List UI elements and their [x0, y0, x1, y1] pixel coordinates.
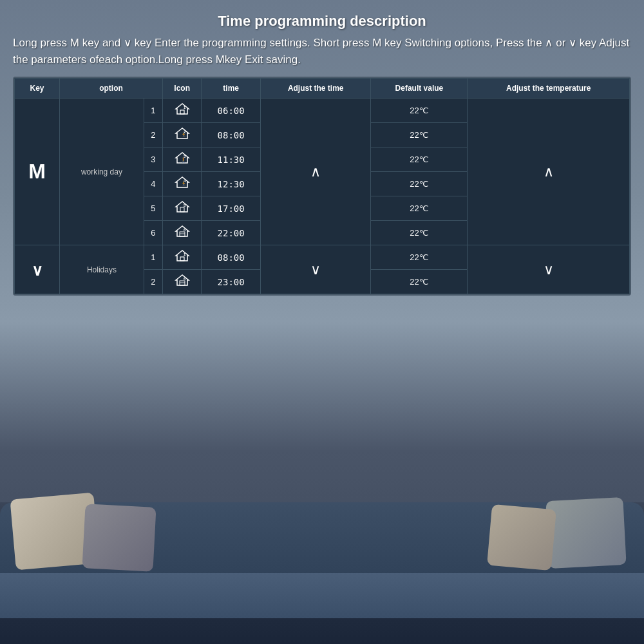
holiday-icon-2: 6 [162, 270, 201, 294]
header-adjust-temp: Adjust the temperature [468, 79, 630, 99]
header-option: option [60, 79, 163, 99]
holiday-default-1: 22℃ [371, 245, 468, 270]
table-row: ∨ Holidays 1 1 08:00 ∨ [15, 245, 630, 270]
working-day-cell: working day [60, 99, 144, 245]
icon-cell-1: 1 [162, 99, 201, 123]
row-num-4: 4 [144, 172, 162, 196]
default-6: 22℃ [371, 221, 468, 245]
adjust-time-up: ∧ [260, 99, 370, 245]
row-num-3: 3 [144, 147, 162, 172]
holiday-num-2: 2 [144, 270, 162, 294]
table-container: Key option Icon time Adjust the time Def… [13, 77, 631, 296]
svg-rect-13 [180, 207, 184, 212]
icon-cell-2: 🏃 2 [162, 123, 201, 147]
down-key-cell: ∨ [15, 245, 60, 294]
svg-rect-20 [180, 257, 184, 261]
icon-cell-3: 🚶 3 [162, 147, 201, 172]
svg-marker-15 [176, 226, 189, 236]
header-key: Key [15, 79, 60, 99]
holiday-default-2: 22℃ [371, 270, 468, 294]
programming-table: Key option Icon time Adjust the time Def… [14, 78, 630, 294]
pillow-4 [487, 504, 556, 571]
svg-marker-0 [176, 104, 189, 114]
default-1: 22℃ [371, 99, 468, 123]
down-arrow-temp-icon: ∨ [544, 261, 554, 278]
time-cell-4: 12:30 [202, 172, 261, 196]
pillow-3 [545, 497, 626, 569]
holiday-time-1: 08:00 [202, 245, 261, 270]
m-key-cell: M [15, 99, 60, 245]
holiday-time-2: 23:00 [202, 270, 261, 294]
icon-cell-4: 🏃 4 [162, 172, 201, 196]
time-cell-2: 08:00 [202, 123, 261, 147]
time-cell-5: 17:00 [202, 196, 261, 221]
default-2: 22℃ [371, 123, 468, 147]
up-arrow-icon: ∧ [310, 164, 321, 180]
default-3: 22℃ [371, 147, 468, 172]
sofa-seat [0, 573, 644, 618]
m-key-label: M [28, 160, 46, 183]
adjust-temp-up: ∧ [468, 99, 630, 245]
default-4: 22℃ [371, 172, 468, 196]
row-num-5: 5 [144, 196, 162, 221]
adjust-temp-down: ∨ [468, 245, 630, 294]
page-title: Time programming description [13, 13, 631, 30]
svg-marker-22 [176, 275, 189, 285]
svg-rect-16 [180, 232, 185, 236]
header-default: Default value [371, 79, 468, 99]
up-arrow-temp-icon: ∧ [544, 164, 554, 180]
time-cell-3: 11:30 [202, 147, 261, 172]
sofa-area [0, 502, 644, 644]
row-num-2: 2 [144, 123, 162, 147]
icon-cell-6: 6 [162, 221, 201, 245]
holiday-icon-1: 1 [162, 245, 201, 270]
main-content: Time programming description Long press … [0, 0, 644, 302]
header-adjust-time: Adjust the time [260, 79, 370, 99]
svg-rect-1 [180, 110, 184, 114]
row-num-1: 1 [144, 99, 162, 123]
row-num-6: 6 [144, 221, 162, 245]
svg-marker-19 [176, 251, 189, 261]
default-5: 22℃ [371, 196, 468, 221]
holidays-cell: Holidays [60, 245, 144, 294]
svg-rect-23 [180, 281, 185, 285]
holiday-num-1: 1 [144, 245, 162, 270]
svg-marker-12 [176, 202, 189, 212]
time-cell-6: 22:00 [202, 221, 261, 245]
adjust-time-down: ∨ [260, 245, 370, 294]
down-arrow-time-icon: ∨ [310, 261, 321, 278]
pillow-2 [82, 504, 156, 572]
time-cell-1: 06:00 [202, 99, 261, 123]
header-icon: Icon [162, 79, 201, 99]
table-row: M working day 1 1 06:00 ∧ [15, 99, 630, 123]
description-text: Long press M key and ∨ key Enter the pro… [13, 35, 631, 68]
down-key-label: ∨ [32, 261, 43, 279]
header-time: time [202, 79, 261, 99]
icon-cell-5: 5 [162, 196, 201, 221]
